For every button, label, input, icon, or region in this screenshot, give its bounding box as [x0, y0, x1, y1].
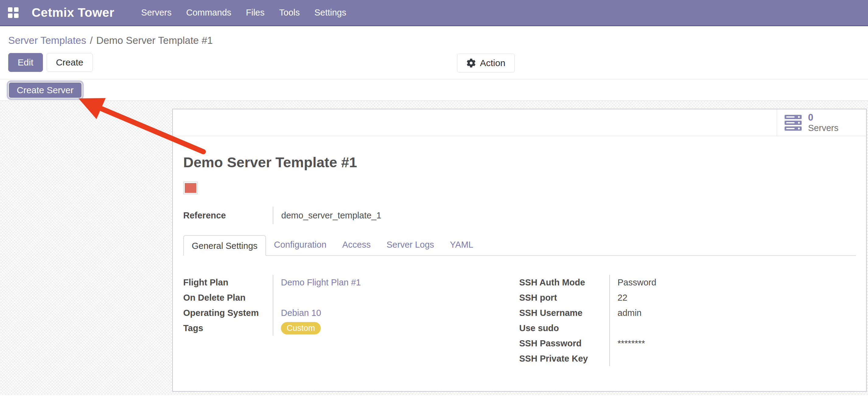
general-settings-fields: Flight Plan Demo Flight Plan #1 On Delet…: [183, 275, 856, 366]
field-row-ssh-port: SSH port 22: [519, 290, 856, 305]
field-row-on-delete-plan: On Delete Plan: [183, 290, 519, 305]
notebook-tabs: General Settings Configuration Access Se…: [183, 235, 856, 256]
apps-grid-square: [14, 13, 19, 18]
servers-stat-button[interactable]: 0 Servers: [777, 109, 866, 136]
control-panel: Server Templates / Demo Server Template …: [0, 26, 868, 80]
ssh-auth-mode-label: SSH Auth Mode: [519, 275, 610, 290]
ssh-auth-mode-value: Password: [610, 278, 656, 288]
record-buttons: Edit Create: [8, 53, 868, 72]
ssh-username-label: SSH Username: [519, 305, 610, 320]
servers-stack-icon: [784, 114, 802, 131]
field-row-ssh-auth-mode: SSH Auth Mode Password: [519, 275, 856, 290]
action-button-label: Action: [480, 58, 505, 68]
create-server-button[interactable]: Create Server: [8, 82, 82, 98]
reference-field-row: Reference demo_server_template_1: [183, 206, 856, 224]
apps-grid-square: [8, 13, 12, 18]
operating-system-label: Operating System: [183, 305, 273, 320]
servers-stat-text: 0 Servers: [808, 112, 838, 133]
status-bar: Create Server: [0, 80, 868, 101]
record-title: Demo Server Template #1: [183, 154, 856, 171]
ssh-username-value: admin: [610, 308, 642, 318]
flight-plan-label: Flight Plan: [183, 275, 273, 290]
form-view-background: 0 Servers Demo Server Template #1 Refere…: [0, 101, 868, 395]
tag-custom[interactable]: Custom: [281, 322, 321, 335]
menu-item-tools[interactable]: Tools: [272, 0, 307, 25]
sheet-content: Demo Server Template #1 Reference demo_s…: [173, 154, 866, 366]
field-row-ssh-password: SSH Password ********: [519, 336, 856, 351]
apps-grid-square: [8, 7, 12, 12]
menu-item-servers[interactable]: Servers: [134, 0, 179, 25]
use-sudo-label: Use sudo: [519, 320, 610, 336]
tab-access[interactable]: Access: [335, 234, 379, 255]
color-swatch-red: [185, 183, 196, 193]
breadcrumb-separator: /: [90, 35, 93, 46]
reference-field-value: demo_server_template_1: [273, 206, 381, 224]
flight-plan-value-link[interactable]: Demo Flight Plan #1: [273, 278, 361, 288]
breadcrumb-current: Demo Server Template #1: [96, 35, 213, 46]
button-box: 0 Servers: [173, 109, 866, 136]
color-picker-swatch: [183, 181, 198, 194]
create-button[interactable]: Create: [46, 53, 93, 72]
ssh-port-value: 22: [610, 293, 627, 303]
fields-column-left: Flight Plan Demo Flight Plan #1 On Delet…: [183, 275, 519, 366]
field-row-operating-system: Operating System Debian 10: [183, 305, 519, 320]
tags-label: Tags: [183, 320, 273, 336]
reference-field-label: Reference: [183, 206, 273, 224]
operating-system-value-link[interactable]: Debian 10: [273, 308, 321, 318]
ssh-port-label: SSH port: [519, 290, 610, 305]
ssh-private-key-label: SSH Private Key: [519, 351, 610, 366]
menu-item-files[interactable]: Files: [239, 0, 272, 25]
tab-server-logs[interactable]: Server Logs: [379, 234, 442, 255]
servers-count: 0: [808, 112, 838, 123]
gear-icon: [467, 58, 476, 67]
app-brand-title: Cetmix Tower: [32, 5, 115, 20]
on-delete-plan-label: On Delete Plan: [183, 290, 273, 305]
field-row-use-sudo: Use sudo: [519, 320, 856, 336]
top-navbar: Cetmix Tower Servers Commands Files Tool…: [0, 0, 868, 26]
field-row-flight-plan: Flight Plan Demo Flight Plan #1: [183, 275, 519, 290]
main-menu: Servers Commands Files Tools Settings: [134, 0, 354, 25]
fields-column-right: SSH Auth Mode Password SSH port 22 SSH U…: [519, 275, 856, 366]
ssh-password-label: SSH Password: [519, 336, 610, 351]
field-row-ssh-private-key: SSH Private Key: [519, 351, 856, 366]
breadcrumb-parent-link[interactable]: Server Templates: [8, 35, 86, 46]
tab-general-settings[interactable]: General Settings: [183, 235, 266, 256]
field-row-ssh-username: SSH Username admin: [519, 305, 856, 320]
edit-button[interactable]: Edit: [8, 53, 43, 72]
apps-grid-icon[interactable]: [8, 7, 19, 18]
tags-value: Custom: [273, 322, 321, 335]
server-template-sheet: 0 Servers Demo Server Template #1 Refere…: [172, 109, 867, 392]
menu-item-settings[interactable]: Settings: [307, 0, 354, 25]
action-button[interactable]: Action: [457, 54, 515, 73]
ssh-password-value: ********: [610, 338, 645, 348]
servers-count-label: Servers: [808, 123, 838, 133]
apps-grid-square: [14, 7, 19, 12]
menu-item-commands[interactable]: Commands: [179, 0, 239, 25]
tab-configuration[interactable]: Configuration: [266, 234, 335, 255]
breadcrumb: Server Templates / Demo Server Template …: [8, 35, 868, 46]
tab-yaml[interactable]: YAML: [442, 234, 481, 255]
field-row-tags: Tags Custom: [183, 320, 519, 336]
